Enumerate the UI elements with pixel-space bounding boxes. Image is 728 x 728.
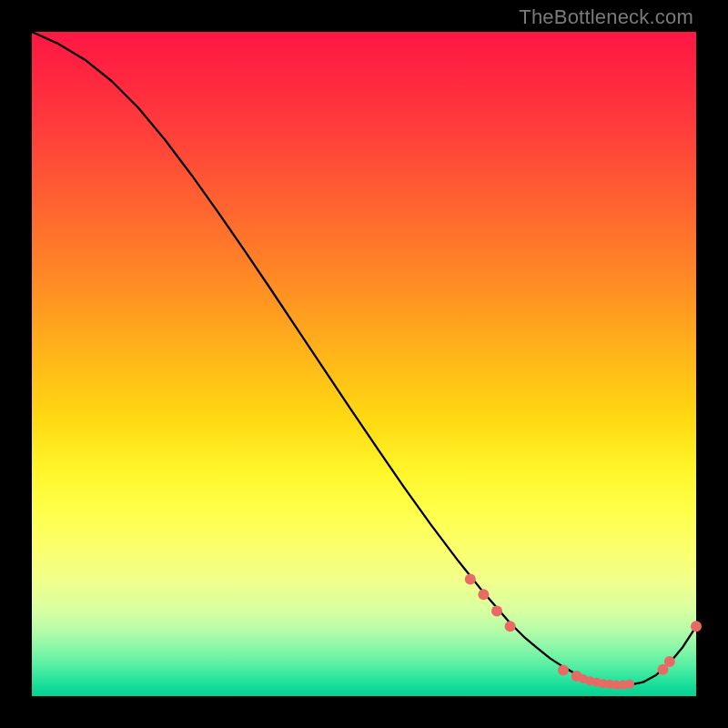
chart-svg — [32, 32, 696, 696]
data-marker — [491, 606, 502, 617]
plot-area — [32, 32, 696, 696]
marker-group — [465, 574, 702, 690]
data-marker — [664, 656, 675, 667]
data-marker — [691, 621, 702, 632]
chart-frame: TheBottleneck.com — [0, 0, 728, 728]
data-marker — [505, 621, 516, 632]
data-marker — [465, 574, 476, 585]
curve-line — [32, 32, 696, 685]
watermark-text: TheBottleneck.com — [519, 5, 693, 29]
data-marker — [625, 680, 634, 689]
data-marker — [558, 665, 569, 676]
data-marker — [478, 589, 489, 600]
